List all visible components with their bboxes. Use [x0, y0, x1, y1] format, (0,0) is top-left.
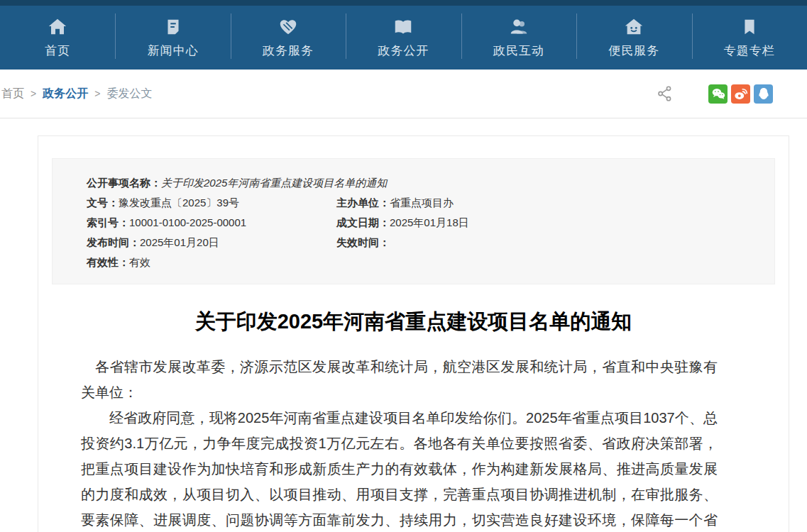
nav-item-label: 便民服务: [608, 43, 659, 59]
news-icon: [163, 16, 184, 38]
meta-field: 成文日期：2025年01月18日: [336, 213, 760, 233]
meta-value: 省重点项目办: [390, 196, 454, 209]
service-icon: [278, 16, 299, 38]
meta-field: 失效时间：: [336, 233, 760, 253]
nav-item-gov-disclosure[interactable]: 政务公开: [346, 6, 461, 70]
meta-label: 索引号：: [87, 216, 129, 228]
meta-label: 有效性：: [87, 256, 129, 268]
document-meta-panel: 公开事项名称：关于印发2025年河南省重点建设项目名单的通知文号：豫发改重点〔2…: [52, 158, 775, 284]
topics-icon: [739, 16, 760, 38]
meta-value: 10001-0100-2025-00001: [129, 216, 246, 228]
document-paragraph: 各省辖市发展改革委，济源示范区发展改革和统计局，航空港区发展和统计局，省直和中央…: [81, 354, 718, 405]
nav-item-label: 专题专栏: [724, 43, 775, 59]
breadcrumb-separator: >: [94, 88, 100, 99]
nav-item-news-center[interactable]: 新闻中心: [115, 6, 230, 70]
nav-item-home[interactable]: 首页: [0, 6, 115, 70]
meta-field: 文号：豫发改重点〔2025〕39号: [87, 193, 336, 213]
nav-item-label: 首页: [45, 43, 70, 59]
breadcrumb: 首页>政务公开>委发公文: [1, 87, 152, 101]
disclosure-icon: [392, 16, 414, 38]
convenience-icon: [623, 16, 644, 38]
breadcrumb-item-home[interactable]: 首页: [1, 87, 24, 101]
meta-label: 成文日期：: [336, 216, 390, 228]
meta-field: 索引号：10001-0100-2025-00001: [87, 213, 336, 233]
wechat-icon[interactable]: [708, 84, 728, 104]
document-body: 各省辖市发展改革委，济源示范区发展改革和统计局，航空港区发展和统计局，省直和中央…: [38, 354, 789, 532]
document-title: 关于印发2025年河南省重点建设项目名单的通知: [53, 307, 774, 336]
nav-item-label: 政务服务: [263, 43, 314, 59]
nav-item-label: 新闻中心: [148, 43, 199, 59]
meta-field: 发布时间：2025年01月20日: [87, 233, 336, 253]
meta-row: 有效性：有效: [87, 253, 760, 272]
top-strip: [0, 0, 807, 6]
meta-value: 2025年01月20日: [140, 236, 219, 248]
nav-item-gov-services[interactable]: 政务服务: [231, 6, 346, 70]
document-paragraph: 经省政府同意，现将2025年河南省重点建设项目名单印发给你们。2025年省重点项…: [81, 405, 718, 532]
meta-value: 豫发改重点〔2025〕39号: [119, 196, 239, 209]
meta-label: 文号：: [87, 196, 119, 209]
breadcrumb-item-gov-disclosure[interactable]: 政务公开: [43, 87, 88, 101]
meta-row: 公开事项名称：关于印发2025年河南省重点建设项目名单的通知: [87, 173, 760, 193]
share-row: [657, 84, 773, 104]
meta-value: 2025年01月18日: [390, 216, 469, 228]
breadcrumb-item-committee-documents: 委发公文: [106, 87, 152, 101]
weibo-icon[interactable]: [731, 84, 750, 104]
meta-value: 关于印发2025年河南省重点建设项目名单的通知: [161, 177, 387, 189]
breadcrumb-bar: 首页>政务公开>委发公文: [0, 70, 807, 118]
meta-value: 有效: [129, 256, 150, 268]
meta-field: 公开事项名称：关于印发2025年河南省重点建设项目名单的通知: [87, 173, 760, 193]
meta-row: 索引号：10001-0100-2025-00001成文日期：2025年01月18…: [87, 213, 760, 233]
site-header: 首页新闻中心政务服务政务公开政民互动便民服务专题专栏: [0, 0, 807, 70]
top-navigation: 首页新闻中心政务服务政务公开政民互动便民服务专题专栏: [0, 6, 807, 70]
nav-item-label: 政务公开: [378, 43, 429, 59]
meta-field: 主办单位：省重点项目办: [336, 193, 760, 213]
meta-label: 失效时间：: [336, 236, 390, 248]
meta-label: 主办单位：: [336, 196, 390, 209]
qq-icon[interactable]: [754, 84, 773, 104]
breadcrumb-separator: >: [31, 88, 36, 99]
meta-field: 有效性：有效: [87, 253, 760, 272]
share-icon[interactable]: [657, 85, 674, 102]
meta-row: 文号：豫发改重点〔2025〕39号主办单位：省重点项目办: [87, 193, 760, 213]
nav-item-special-topics[interactable]: 专题专栏: [692, 6, 807, 70]
nav-item-convenience-services[interactable]: 便民服务: [576, 6, 691, 70]
meta-row: 发布时间：2025年01月20日失效时间：: [87, 233, 760, 253]
meta-label: 公开事项名称：: [87, 177, 161, 189]
interaction-icon: [508, 16, 529, 38]
document-container: 公开事项名称：关于印发2025年河南省重点建设项目名单的通知文号：豫发改重点〔2…: [38, 135, 789, 532]
nav-items: 首页新闻中心政务服务政务公开政民互动便民服务专题专栏: [0, 6, 807, 70]
nav-item-public-interaction[interactable]: 政民互动: [461, 6, 576, 70]
meta-label: 发布时间：: [87, 236, 140, 248]
nav-item-label: 政民互动: [493, 43, 544, 59]
home-icon: [47, 16, 68, 38]
